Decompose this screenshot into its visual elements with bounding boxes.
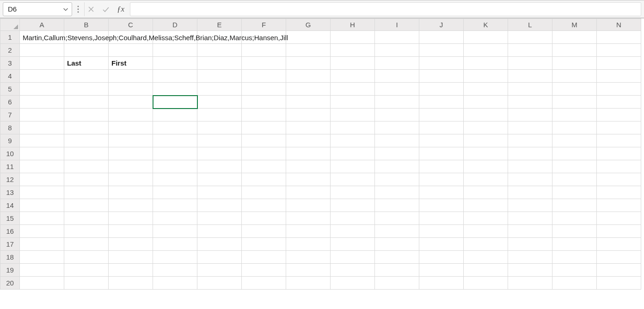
cell-H10[interactable] [331,147,375,160]
cell-M10[interactable] [552,147,597,160]
cell-I6[interactable] [375,96,419,109]
cell-K15[interactable] [464,212,508,225]
cell-A7[interactable] [20,109,64,121]
cell-I19[interactable] [375,264,419,277]
cell-J8[interactable] [419,121,464,134]
cell-E2[interactable] [197,44,242,57]
cell-M7[interactable] [552,109,597,121]
cell-H11[interactable] [331,160,375,173]
cell-M9[interactable] [552,134,597,147]
cell-H18[interactable] [331,251,375,264]
cell-C8[interactable] [109,121,153,134]
cell-E18[interactable] [197,251,242,264]
cell-I2[interactable] [375,44,419,57]
cell-E15[interactable] [197,212,242,225]
cell-E6[interactable] [197,96,242,109]
cell-B4[interactable] [64,70,109,83]
cell-G19[interactable] [286,264,331,277]
cell-J18[interactable] [419,251,464,264]
cell-A3[interactable] [20,57,64,70]
column-header-B[interactable]: B [64,19,109,31]
cell-J6[interactable] [419,96,464,109]
cell-A6[interactable] [20,96,64,109]
cell-I17[interactable] [375,238,419,251]
cell-D17[interactable] [153,238,197,251]
cell-F3[interactable] [242,57,286,70]
cell-M15[interactable] [552,212,597,225]
cell-C20[interactable] [109,277,153,290]
cell-L11[interactable] [508,160,552,173]
row-header-18[interactable]: 18 [0,251,20,264]
cell-G2[interactable] [286,44,331,57]
cell-C10[interactable] [109,147,153,160]
cell-N20[interactable] [597,277,641,290]
cell-N11[interactable] [597,160,641,173]
cell-H1[interactable] [331,31,375,44]
cell-C5[interactable] [109,83,153,96]
cell-H20[interactable] [331,277,375,290]
cell-D2[interactable] [153,44,197,57]
cell-G10[interactable] [286,147,331,160]
cell-G5[interactable] [286,83,331,96]
cell-N10[interactable] [597,147,641,160]
cell-G12[interactable] [286,173,331,186]
cell-F13[interactable] [242,186,286,199]
cell-C4[interactable] [109,70,153,83]
cell-F4[interactable] [242,70,286,83]
cell-G8[interactable] [286,121,331,134]
cell-M20[interactable] [552,277,597,290]
cell-B2[interactable] [64,44,109,57]
cell-G6[interactable] [286,96,331,109]
cell-K9[interactable] [464,134,508,147]
cell-I15[interactable] [375,212,419,225]
cell-G17[interactable] [286,238,331,251]
cell-H14[interactable] [331,199,375,212]
cell-K14[interactable] [464,199,508,212]
row-header-13[interactable]: 13 [0,186,20,199]
cell-J14[interactable] [419,199,464,212]
cell-E12[interactable] [197,173,242,186]
cell-N5[interactable] [597,83,641,96]
cell-D11[interactable] [153,160,197,173]
cell-M5[interactable] [552,83,597,96]
cell-H16[interactable] [331,225,375,238]
cell-G11[interactable] [286,160,331,173]
cell-L17[interactable] [508,238,552,251]
cell-K20[interactable] [464,277,508,290]
cell-B14[interactable] [64,199,109,212]
row-header-1[interactable]: 1 [0,31,20,44]
cell-G13[interactable] [286,186,331,199]
column-header-M[interactable]: M [552,19,597,31]
cell-M17[interactable] [552,238,597,251]
row-header-12[interactable]: 12 [0,173,20,186]
cell-I1[interactable] [375,31,419,44]
column-header-G[interactable]: G [286,19,331,31]
cell-K11[interactable] [464,160,508,173]
cell-H9[interactable] [331,134,375,147]
cell-L8[interactable] [508,121,552,134]
cell-J2[interactable] [419,44,464,57]
cell-N7[interactable] [597,109,641,121]
column-header-A[interactable]: A [20,19,64,31]
cell-G7[interactable] [286,109,331,121]
cell-F7[interactable] [242,109,286,121]
cell-J17[interactable] [419,238,464,251]
cell-H12[interactable] [331,173,375,186]
row-header-4[interactable]: 4 [0,70,20,83]
cell-I18[interactable] [375,251,419,264]
cell-N13[interactable] [597,186,641,199]
cell-K19[interactable] [464,264,508,277]
cell-A10[interactable] [20,147,64,160]
select-all-corner[interactable] [0,19,20,31]
cell-K5[interactable] [464,83,508,96]
row-header-5[interactable]: 5 [0,83,20,96]
cell-M2[interactable] [552,44,597,57]
cell-D20[interactable] [153,277,197,290]
column-header-D[interactable]: D [153,19,197,31]
cell-F18[interactable] [242,251,286,264]
row-header-20[interactable]: 20 [0,277,20,290]
cell-J10[interactable] [419,147,464,160]
cell-I9[interactable] [375,134,419,147]
cell-F6[interactable] [242,96,286,109]
cell-K12[interactable] [464,173,508,186]
